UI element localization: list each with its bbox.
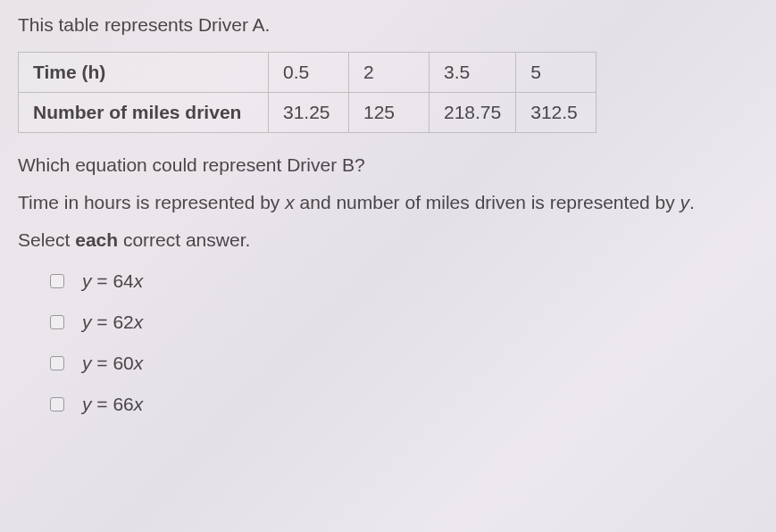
eq-y: y	[82, 353, 92, 373]
table-cell: 218.75	[430, 93, 516, 133]
desc-prefix: Time in hours is represented by	[18, 192, 285, 212]
table-cell: 5	[516, 53, 597, 93]
eq-x: x	[134, 353, 144, 373]
eq-body: = 66	[92, 394, 134, 414]
option-y-66x[interactable]: y = 66x	[50, 394, 758, 415]
row-header-time: Time (h)	[19, 53, 269, 93]
option-label: y = 62x	[82, 312, 143, 333]
row-header-miles: Number of miles driven	[19, 93, 269, 133]
option-label: y = 66x	[82, 394, 143, 415]
answer-options: y = 64x y = 62x y = 60x y = 66x	[50, 270, 758, 415]
option-y-60x[interactable]: y = 60x	[50, 353, 758, 374]
eq-x: x	[134, 270, 144, 291]
desc-suffix: .	[689, 192, 695, 212]
table-row: Number of miles driven 31.25 125 218.75 …	[19, 93, 597, 133]
select-bold: each	[75, 229, 118, 250]
option-y-64x[interactable]: y = 64x	[50, 270, 758, 292]
checkbox-icon[interactable]	[50, 356, 64, 370]
variable-description: Time in hours is represented by x and nu…	[18, 192, 758, 213]
eq-x: x	[134, 394, 144, 414]
question-text: Which equation could represent Driver B?	[18, 154, 758, 176]
question-page: This table represents Driver A. Time (h)…	[0, 0, 776, 453]
table-cell: 0.5	[269, 53, 349, 93]
eq-y: y	[82, 312, 92, 332]
eq-y: y	[82, 394, 92, 414]
table-cell: 312.5	[516, 93, 597, 133]
select-prefix: Select	[18, 229, 75, 250]
table-cell: 3.5	[430, 53, 516, 93]
eq-x: x	[134, 312, 144, 332]
option-label: y = 64x	[82, 270, 143, 292]
eq-body: = 62	[92, 312, 134, 332]
driver-a-table: Time (h) 0.5 2 3.5 5 Number of miles dri…	[18, 52, 597, 133]
checkbox-icon[interactable]	[50, 397, 64, 411]
option-y-62x[interactable]: y = 62x	[50, 312, 758, 333]
table-cell: 31.25	[269, 93, 349, 133]
var-y: y	[680, 192, 690, 212]
eq-body: = 60	[92, 353, 134, 373]
intro-text: This table represents Driver A.	[18, 14, 758, 36]
table-cell: 125	[349, 93, 430, 133]
option-label: y = 60x	[82, 353, 143, 374]
eq-y: y	[82, 270, 92, 291]
checkbox-icon[interactable]	[50, 274, 64, 288]
checkbox-icon[interactable]	[50, 315, 64, 329]
table-cell: 2	[349, 53, 430, 93]
select-suffix: correct answer.	[118, 229, 250, 250]
eq-body: = 64	[92, 270, 134, 291]
select-instruction: Select each correct answer.	[18, 229, 758, 251]
desc-mid: and number of miles driven is represente…	[295, 192, 680, 212]
var-x: x	[285, 192, 295, 212]
table-row: Time (h) 0.5 2 3.5 5	[19, 53, 597, 93]
